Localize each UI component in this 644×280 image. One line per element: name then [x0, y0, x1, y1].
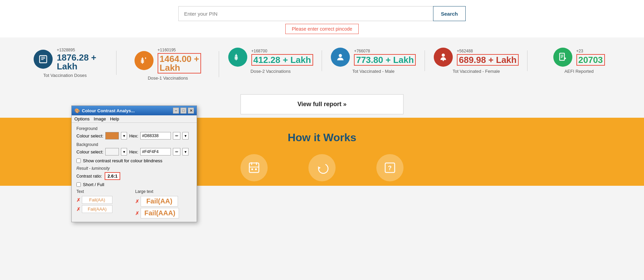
- stat-label-2: Dose-2 Vaccinations: [251, 69, 291, 74]
- stat-tot-male: +766078 773.80 + Lakh Tot Vaccinated - M…: [322, 48, 425, 74]
- fg-dropdown-arrow[interactable]: ▼: [121, 132, 127, 139]
- bg-eyedropper-button[interactable]: ✏: [173, 148, 180, 155]
- svg-rect-25: [251, 168, 253, 170]
- dialog-close-button[interactable]: ✕: [188, 108, 194, 114]
- dialog-title-icon: 🎨: [74, 108, 80, 113]
- how-icon-1: [240, 154, 268, 181]
- stat-label-5: AEFI Reported: [565, 69, 594, 74]
- stat-tot-female: +562488 689.98 + Lakh Tot Vaccinated - F…: [425, 48, 528, 74]
- how-icon-symbol-1: [240, 154, 268, 181]
- dialog-menu-options[interactable]: Options: [74, 116, 90, 121]
- dialog-titlebar: 🎨 Colour Contrast Analys... – □ ✕: [72, 106, 197, 115]
- dialog-minimize-button[interactable]: –: [173, 108, 179, 114]
- fg-section-label: Foreground: [76, 126, 192, 131]
- dialog-body: Foreground Colour select: ▼ Hex: ✏ ▼ Bac…: [72, 123, 197, 186]
- search-button[interactable]: Search: [433, 6, 466, 21]
- result-section: Result - luminosity Contrast ratio: 2.6:…: [76, 166, 192, 186]
- dialog-menu-help[interactable]: Help: [110, 116, 119, 121]
- colour-blindness-label: Show contrast result for colour blindnes…: [83, 158, 162, 163]
- search-row: Search: [178, 6, 466, 21]
- contrast-row: Contrast ratio: 2.6:1: [76, 172, 192, 180]
- contrast-label: Contrast ratio:: [76, 174, 102, 179]
- stat-label-3: Tot Vaccinated - Male: [352, 69, 394, 74]
- stat-label-4: Tot Vaccinated - Female: [452, 69, 500, 74]
- stat-increment-4: +562488: [457, 49, 519, 53]
- bg-row: Background Colour select: ▼ Hex: ✏ ▼: [76, 142, 192, 155]
- bg-color-select-row: Colour select: ▼ Hex: ✏ ▼: [76, 148, 192, 155]
- dialog-menubar: Options Image Help: [72, 115, 197, 123]
- stat-main-2: 412.28 + Lakh: [251, 54, 313, 66]
- fg-hex-input[interactable]: [140, 132, 171, 139]
- stat-icon-female: [434, 48, 453, 67]
- short-full-checkbox[interactable]: [76, 182, 81, 186]
- fg-hex-label: Hex:: [129, 133, 138, 138]
- search-section: Search Please enter correct pincode: [0, 0, 644, 37]
- result-luminosity-label: Result - luminosity: [76, 166, 192, 171]
- svg-text:?: ?: [388, 165, 392, 171]
- stat-dose1: +1160195 1464.00 +Lakh Dose-1 Vaccinatio…: [117, 48, 219, 81]
- stat-main-3: 773.80 + Lakh: [354, 54, 416, 66]
- how-icon-symbol-2: [308, 154, 336, 181]
- bg-colour-select-label: Colour select:: [76, 149, 103, 154]
- stat-main-1: 1464.00 +Lakh: [158, 53, 201, 73]
- how-icon-2: [308, 154, 336, 181]
- svg-rect-21: [249, 163, 259, 172]
- stat-tot-vaccination: +1328895 1876.28 +Lakh Tot Vaccination D…: [14, 48, 117, 78]
- pin-error-message: Please enter correct pincode: [285, 24, 359, 34]
- stat-dose2: +168700 412.28 + Lakh Dose-2 Vaccination…: [219, 48, 322, 74]
- fg-row: Foreground Colour select: ▼ Hex: ✏ ▼: [76, 126, 192, 139]
- colour-contrast-dialog: 🎨 Colour Contrast Analys... – □ ✕ Option…: [71, 105, 197, 186]
- stat-increment-5: +23: [576, 49, 605, 53]
- view-full-report-button[interactable]: View full report »: [240, 94, 404, 114]
- bg-section-label: Background: [76, 142, 192, 147]
- svg-rect-15: [559, 53, 564, 60]
- bg-dropdown-arrow[interactable]: ▼: [121, 148, 127, 155]
- stat-icon-vaccination: [34, 50, 53, 69]
- stat-label-0: Tot Vaccination Doses: [43, 73, 87, 78]
- fg-color-swatch[interactable]: [105, 132, 119, 139]
- fg-eyedropper-arrow[interactable]: ▼: [182, 132, 189, 139]
- stat-increment-1: +1160195: [158, 48, 201, 52]
- svg-rect-26: [255, 168, 257, 170]
- stat-main-0: 1876.28 +Lakh: [57, 53, 96, 71]
- short-full-row: Short / Full: [76, 182, 192, 186]
- stat-icon-dose1: [135, 51, 154, 70]
- bg-hex-label: Hex:: [129, 149, 138, 154]
- svg-point-12: [442, 54, 445, 57]
- fg-colour-select-label: Colour select:: [76, 133, 103, 138]
- how-icon-3: ?: [376, 154, 404, 181]
- stat-label-1: Dose-1 Vaccinations: [148, 76, 188, 81]
- how-icon-symbol-3: ?: [376, 154, 404, 181]
- short-full-label: Short / Full: [83, 182, 104, 186]
- bg-hex-input[interactable]: [140, 148, 171, 155]
- svg-point-11: [339, 54, 342, 57]
- dialog-overlay: 🎨 Colour Contrast Analys... – □ ✕ Option…: [71, 105, 197, 186]
- dialog-maximize-button[interactable]: □: [180, 108, 186, 114]
- svg-rect-10: [234, 56, 237, 60]
- stat-icon-male: [331, 48, 350, 67]
- stat-increment-0: +1328895: [57, 48, 96, 52]
- stats-section: +1328895 1876.28 +Lakh Tot Vaccination D…: [0, 37, 644, 87]
- stat-main-4: 689.98 + Lakh: [457, 54, 519, 66]
- svg-rect-0: [40, 56, 47, 63]
- bg-eyedropper-arrow[interactable]: ▼: [182, 148, 189, 155]
- stat-increment-2: +168700: [251, 49, 313, 53]
- contrast-value: 2.6:1: [105, 172, 120, 180]
- dialog-titlebar-controls: – □ ✕: [173, 108, 194, 114]
- colour-blindness-row: Show contrast result for colour blindnes…: [76, 158, 192, 163]
- stat-icon-aefi: [553, 48, 572, 67]
- colour-blindness-checkbox[interactable]: [76, 159, 81, 163]
- svg-rect-6: [141, 60, 144, 63]
- bg-color-swatch[interactable]: [105, 148, 119, 155]
- stat-aefi: +23 20703 AEFI Reported: [527, 48, 630, 74]
- stat-icon-dose2: [228, 48, 247, 67]
- dialog-menu-image[interactable]: Image: [94, 116, 106, 121]
- fg-eyedropper-button[interactable]: ✏: [173, 132, 180, 139]
- stat-increment-3: +766078: [354, 49, 416, 53]
- fg-color-select-row: Colour select: ▼ Hex: ✏ ▼: [76, 132, 192, 139]
- stat-main-5: 20703: [576, 54, 605, 66]
- dialog-title-text: Colour Contrast Analys...: [82, 108, 135, 113]
- pin-search-input[interactable]: [178, 6, 433, 21]
